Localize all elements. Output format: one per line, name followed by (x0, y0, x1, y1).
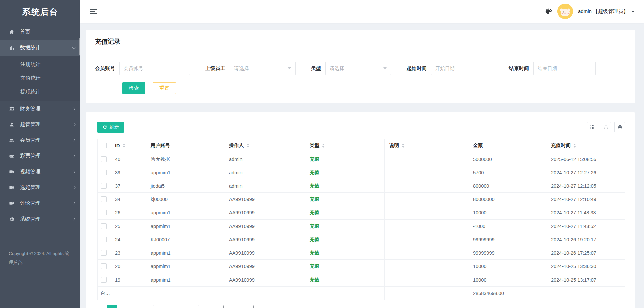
row-checkbox[interactable] (101, 170, 107, 175)
sidebar-item[interactable]: 会员管理 (0, 132, 80, 148)
cell-amount: 10000 (468, 206, 546, 220)
page-size-select[interactable]: 10 条/页 (223, 305, 253, 308)
row-checkbox[interactable] (101, 183, 107, 189)
chevron-right-icon (72, 107, 76, 111)
main-area: admin 【超级管理员】 充值记录 会员账号上级员工请选择类型请选择起始时间结… (80, 0, 644, 308)
sidebar-menu: 首页数据统计注册统计充值统计提现统计财务管理超管管理会员管理彩票管理视频管理选妃… (0, 23, 80, 227)
sidebar-item-label: 超管管理 (20, 121, 40, 128)
page-number-button[interactable]: 2 (119, 305, 130, 308)
records-table: ID用户账号操作人类型说明金额充值时间 40暂无数据admin充值5000000… (97, 139, 625, 300)
theme-palette-icon[interactable] (545, 8, 552, 15)
page-numbers: 12 (106, 305, 131, 308)
sidebar-item-label: 彩票管理 (20, 153, 40, 159)
cell-time: 2024-10-27 12:27:26 (546, 166, 625, 179)
search-button[interactable]: 检索 (122, 82, 145, 94)
sidebar-item-label: 首页 (20, 29, 30, 35)
column-header-label: 操作人 (229, 142, 244, 149)
sidebar-item[interactable]: 系统管理 (0, 211, 80, 227)
goto-page-input[interactable] (153, 305, 168, 308)
row-checkbox[interactable] (101, 196, 107, 202)
member-account-input[interactable] (119, 62, 190, 75)
sidebar-subitem[interactable]: 充值统计 (0, 71, 80, 85)
table-card: 刷新 (86, 112, 635, 308)
cell-time: 2024-10-25 13:17:07 (546, 273, 625, 287)
sidebar-scrollbar[interactable] (79, 38, 80, 55)
row-checkbox[interactable] (101, 156, 107, 162)
page-number-button[interactable]: 1 (107, 305, 117, 308)
columns-toggle-button[interactable] (587, 122, 597, 132)
sort-icon[interactable] (322, 144, 325, 148)
cell-type: 充值 (305, 179, 385, 193)
next-page-button[interactable] (131, 305, 140, 308)
cell-account: 暂无数据 (146, 152, 224, 166)
cell-account: appmim1 (146, 166, 224, 179)
superior-staff-select[interactable]: 请选择 (230, 62, 296, 75)
summary-empty-cell (385, 287, 468, 300)
reset-button[interactable]: 重置 (153, 82, 176, 94)
filter-label: 上级员工 (205, 65, 225, 72)
row-checkbox[interactable] (101, 223, 107, 229)
sort-icon[interactable] (123, 144, 125, 148)
summary-amount-cell: 285834698.00 (468, 287, 546, 300)
sidebar-item[interactable]: 数据统计 (0, 40, 80, 56)
refresh-button[interactable]: 刷新 (97, 122, 124, 133)
cell-note (385, 179, 468, 193)
bank-icon (9, 106, 15, 112)
sort-icon[interactable] (573, 144, 576, 148)
sidebar-item[interactable]: 评论管理 (0, 195, 80, 211)
sidebar-subitem[interactable]: 注册统计 (0, 58, 80, 71)
cell-time: 2024-10-25 13:36:30 (546, 260, 625, 273)
select-placeholder: 请选择 (330, 65, 344, 72)
cell-type: 充值 (305, 193, 385, 206)
row-checkbox[interactable] (101, 237, 107, 242)
user-icon (9, 122, 15, 127)
menu-toggle-icon[interactable] (90, 9, 97, 14)
cell-time: 2024-10-27 12:10:49 (546, 193, 625, 206)
topbar-right: admin 【超级管理员】 (545, 4, 635, 19)
start-time-input[interactable] (431, 62, 493, 75)
user-avatar[interactable] (557, 4, 573, 19)
row-select-cell (98, 260, 110, 273)
row-checkbox[interactable] (101, 250, 107, 256)
column-header: 充值时间 (546, 139, 625, 152)
prev-page-button[interactable] (97, 305, 106, 308)
cell-type: 充值 (305, 233, 385, 246)
sidebar-subitem[interactable]: 提现统计 (0, 85, 80, 99)
cell-note (385, 246, 468, 260)
filter-label: 类型 (311, 65, 321, 72)
filter-label: 结束时间 (509, 65, 529, 72)
print-button[interactable] (614, 122, 625, 132)
sidebar-item[interactable]: 视频管理 (0, 164, 80, 180)
sort-icon[interactable] (247, 144, 249, 148)
row-select-cell (98, 246, 110, 260)
table-row: 34kj00000AA9910999充值800000002024-10-27 1… (98, 193, 625, 206)
type-select[interactable]: 请选择 (325, 62, 391, 75)
cell-operator: AA9910999 (224, 193, 305, 206)
select-all-checkbox[interactable] (101, 143, 107, 148)
column-header: 说明 (385, 139, 468, 152)
select-all-cell (98, 139, 110, 152)
column-header: ID (110, 139, 146, 152)
table-row: 37jiedai5admin充值8000002024-10-27 12:12:0… (98, 179, 625, 193)
export-button[interactable] (601, 122, 611, 132)
gear-icon (9, 216, 15, 222)
row-checkbox[interactable] (101, 263, 107, 269)
cell-type: 充值 (305, 273, 385, 287)
sidebar-item[interactable]: 选妃管理 (0, 180, 80, 195)
filter-group: 结束时间 (509, 62, 596, 75)
user-menu[interactable]: admin 【超级管理员】 (578, 8, 635, 15)
cell-note (385, 260, 468, 273)
sort-icon[interactable] (402, 144, 405, 148)
row-checkbox[interactable] (101, 277, 107, 283)
cell-account: appmim1 (146, 273, 224, 287)
row-checkbox[interactable] (101, 210, 107, 215)
end-time-input[interactable] (533, 62, 596, 75)
goto-confirm-button[interactable]: 确定 (180, 305, 199, 308)
sidebar-item[interactable]: 彩票管理 (0, 148, 80, 164)
sidebar-item[interactable]: 财务管理 (0, 101, 80, 117)
table-row: 24KJ00007AA9910999充值999999992024-10-26 1… (98, 233, 625, 246)
sidebar-item[interactable]: 首页 (0, 24, 80, 40)
cell-amount: -1000 (468, 220, 546, 233)
sidebar-item[interactable]: 超管管理 (0, 117, 80, 132)
cell-operator: AA9910999 (224, 273, 305, 287)
